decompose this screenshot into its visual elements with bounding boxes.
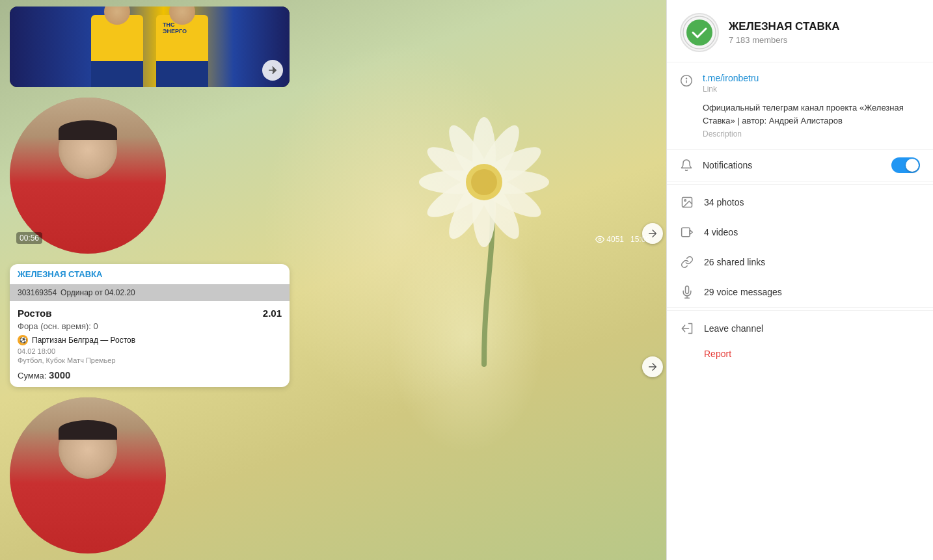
channel-members: 7 183 members — [729, 35, 920, 45]
mute-button-2[interactable]: 🔇 — [16, 527, 36, 547]
videos-row[interactable]: 4 videos — [667, 217, 933, 247]
link-row: t.me/ironbetru Link — [667, 62, 933, 99]
leave-row[interactable]: Leave channel — [667, 313, 933, 343]
bet-card: ЖЕЛЕЗНАЯ СТАВКА 303169354 Ординар от 04.… — [10, 264, 290, 387]
photos-count: 34 photos — [704, 197, 744, 207]
videos-icon — [680, 225, 694, 239]
forward-button-1[interactable] — [262, 60, 283, 81]
avatar-icon — [683, 16, 716, 49]
description-label: Description — [703, 129, 920, 139]
bet-odds: 2.01 — [263, 308, 282, 319]
video-circle-1[interactable]: 🔇 — [10, 98, 166, 254]
photos-icon — [680, 195, 694, 209]
bet-ticket-id: 303169354 — [18, 288, 57, 297]
bet-team-row: Ростов 2.01 — [18, 308, 282, 319]
report-row[interactable]: Report — [667, 343, 933, 369]
bet-card-channel[interactable]: ЖЕЛЕЗНАЯ СТАВКА — [10, 264, 290, 284]
divider-2 — [667, 310, 933, 311]
shared-links-count: 26 shared links — [704, 257, 765, 267]
video-duration: 00:56 — [16, 232, 42, 244]
video-thumb-1: ТНСЭНЕРГО — [10, 7, 290, 87]
channel-name: ЖЕЛЕЗНАЯ СТАВКА — [729, 20, 920, 33]
video-circle-2-wrapper: 🔇 — [10, 397, 656, 553]
bet-sum: Сумма: 3000 — [18, 369, 282, 380]
svg-point-16 — [686, 20, 712, 46]
svg-rect-22 — [682, 228, 690, 236]
channel-info: ЖЕЛЕЗНАЯ СТАВКА 7 183 members — [729, 20, 920, 45]
notifications-row: Notifications — [667, 150, 933, 181]
chat-area: ТНСЭНЕРГО 🔇 00:56 — [0, 0, 666, 560]
bet-ticket-type: Ординар от 04.02.20 — [61, 288, 135, 297]
bet-card-body: Ростов 2.01 Фора (осн. время): 0 ⚽ Парти… — [10, 301, 290, 387]
desc-icon-spacer — [680, 103, 693, 116]
forward-button-circle[interactable] — [642, 223, 663, 244]
voice-messages-row[interactable]: 29 voice messages — [667, 277, 933, 308]
bet-match-name: Партизан Белград — Ростов — [32, 336, 135, 345]
shared-links-row[interactable]: 26 shared links — [667, 247, 933, 277]
divider-1 — [667, 184, 933, 185]
leave-icon — [680, 321, 694, 336]
channel-header: ЖЕЛЕЗНАЯ СТАВКА 7 183 members — [667, 0, 933, 62]
forward-button-bet[interactable] — [642, 356, 663, 377]
bet-datetime: 04.02 18:00 — [18, 347, 282, 355]
voice-icon — [680, 285, 694, 299]
voice-messages-count: 29 voice messages — [704, 287, 782, 297]
channel-description: Официальный телеграм канал проекта «Желе… — [703, 101, 920, 127]
video-circle-wrapper: 🔇 00:56 4051 15:09 — [10, 98, 656, 254]
channel-link[interactable]: t.me/ironbetru — [703, 73, 920, 83]
links-icon — [680, 255, 694, 269]
photos-row[interactable]: 34 photos — [667, 187, 933, 217]
bet-team: Ростов — [18, 308, 51, 319]
bet-league: Футбол, Кубок Матч Премьер — [18, 356, 282, 364]
leave-channel-label: Leave channel — [704, 323, 763, 334]
report-label: Report — [704, 349, 920, 359]
video-views: 4051 — [595, 235, 624, 244]
link-label: Link — [703, 85, 920, 94]
description-row: Официальный телеграм канал проекта «Желе… — [667, 99, 933, 150]
description-content: Официальный телеграм канал проекта «Желе… — [703, 101, 920, 139]
bell-icon — [680, 159, 693, 172]
videos-count: 4 videos — [704, 227, 738, 237]
notifications-toggle[interactable] — [891, 157, 920, 173]
video-circle-2[interactable]: 🔇 — [10, 397, 166, 553]
channel-avatar — [680, 13, 719, 52]
bet-card-wrapper: ЖЕЛЕЗНАЯ СТАВКА 303169354 Ординар от 04.… — [10, 264, 656, 387]
mute-icon-2: 🔇 — [21, 532, 32, 542]
svg-point-14 — [599, 238, 602, 241]
right-panel: ЖЕЛЕЗНАЯ СТАВКА 7 183 members t.me/ironb… — [666, 0, 933, 560]
link-content: t.me/ironbetru Link — [703, 73, 920, 94]
svg-point-21 — [684, 200, 686, 202]
notifications-label: Notifications — [703, 160, 882, 170]
bet-match: ⚽ Партизан Белград — Ростов — [18, 335, 282, 345]
bet-type: Фора (осн. время): 0 — [18, 321, 282, 331]
info-icon — [680, 74, 693, 87]
toggle-knob — [906, 159, 919, 172]
bet-sport-icon: ⚽ — [18, 335, 28, 345]
bet-ticket-row: 303169354 Ординар от 04.02.20 — [10, 284, 290, 301]
video-message-1: ТНСЭНЕРГО — [10, 7, 290, 87]
chat-messages: ТНСЭНЕРГО 🔇 00:56 — [0, 0, 666, 560]
